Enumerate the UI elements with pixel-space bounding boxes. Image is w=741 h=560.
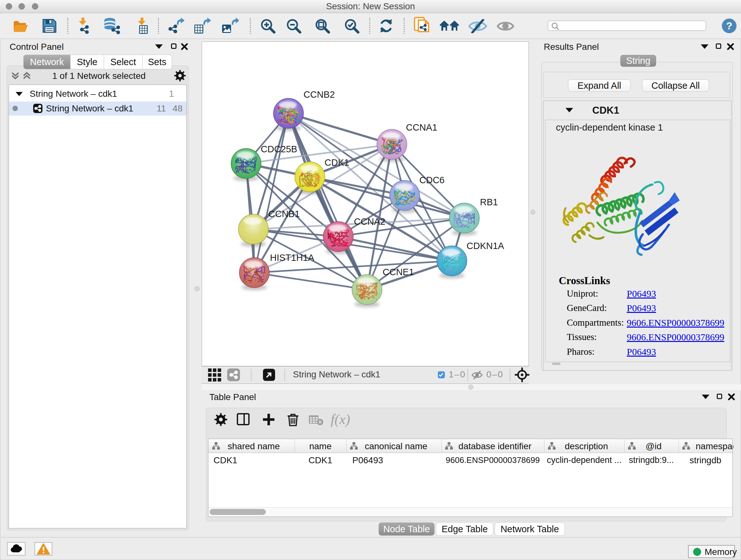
svg-text:CCNE1: CCNE1 [383,267,414,277]
svg-text:CDKN1A: CDKN1A [467,241,504,251]
svg-text:CCNA1: CCNA1 [406,122,437,132]
svg-text:CDK1: CDK1 [325,158,349,168]
svg-text:CDC6: CDC6 [419,175,445,185]
svg-text:HIST1H1A: HIST1H1A [270,253,314,263]
svg-text:CCNB2: CCNB2 [304,89,335,100]
svg-text:CCNB1: CCNB1 [268,209,300,219]
svg-text:CCNA2: CCNA2 [354,216,385,227]
svg-text:RB1: RB1 [480,197,498,207]
svg-text:CDC25B: CDC25B [261,144,297,154]
